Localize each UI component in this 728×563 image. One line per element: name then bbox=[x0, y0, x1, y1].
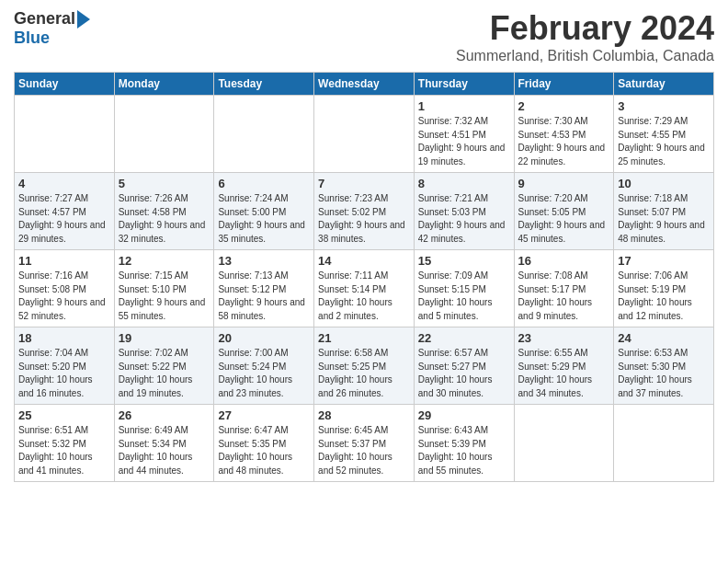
day-detail: Sunrise: 7:27 AM Sunset: 4:57 PM Dayligh… bbox=[18, 192, 110, 246]
day-detail: Sunrise: 6:55 AM Sunset: 5:29 PM Dayligh… bbox=[518, 347, 610, 400]
calendar-cell: 2Sunrise: 7:30 AM Sunset: 4:53 PM Daylig… bbox=[514, 96, 614, 173]
day-number: 29 bbox=[418, 408, 510, 422]
day-detail: Sunrise: 7:20 AM Sunset: 5:05 PM Dayligh… bbox=[518, 192, 610, 246]
day-number: 13 bbox=[218, 254, 310, 268]
day-detail: Sunrise: 7:30 AM Sunset: 4:53 PM Dayligh… bbox=[518, 115, 610, 168]
day-detail: Sunrise: 7:24 AM Sunset: 5:00 PM Dayligh… bbox=[218, 192, 310, 246]
calendar-cell: 18Sunrise: 7:04 AM Sunset: 5:20 PM Dayli… bbox=[15, 327, 115, 405]
calendar-cell: 22Sunrise: 6:57 AM Sunset: 5:27 PM Dayli… bbox=[414, 327, 514, 405]
calendar-week-1: 1Sunrise: 7:32 AM Sunset: 4:51 PM Daylig… bbox=[15, 96, 714, 173]
day-number: 17 bbox=[618, 254, 710, 268]
calendar-cell: 24Sunrise: 6:53 AM Sunset: 5:30 PM Dayli… bbox=[614, 327, 714, 405]
day-number: 2 bbox=[518, 99, 610, 113]
calendar-week-4: 18Sunrise: 7:04 AM Sunset: 5:20 PM Dayli… bbox=[15, 327, 714, 405]
day-number: 24 bbox=[618, 331, 710, 345]
calendar-cell: 29Sunrise: 6:43 AM Sunset: 5:39 PM Dayli… bbox=[414, 405, 514, 482]
calendar-cell: 27Sunrise: 6:47 AM Sunset: 5:35 PM Dayli… bbox=[214, 405, 314, 482]
day-header-monday: Monday bbox=[114, 73, 214, 96]
title-section: February 2024 Summerland, British Columb… bbox=[456, 9, 714, 64]
calendar-subtitle: Summerland, British Columbia, Canada bbox=[456, 48, 714, 64]
day-detail: Sunrise: 7:15 AM Sunset: 5:10 PM Dayligh… bbox=[119, 270, 210, 323]
day-number: 9 bbox=[518, 177, 610, 190]
day-detail: Sunrise: 7:16 AM Sunset: 5:08 PM Dayligh… bbox=[18, 270, 110, 323]
day-number: 8 bbox=[418, 177, 510, 190]
day-detail: Sunrise: 6:51 AM Sunset: 5:32 PM Dayligh… bbox=[18, 424, 110, 477]
day-number: 1 bbox=[418, 99, 510, 113]
day-number: 27 bbox=[218, 408, 310, 422]
calendar-cell: 4Sunrise: 7:27 AM Sunset: 4:57 PM Daylig… bbox=[15, 173, 115, 250]
day-number: 23 bbox=[518, 331, 610, 345]
day-number: 19 bbox=[119, 331, 210, 345]
day-number: 4 bbox=[18, 177, 110, 190]
day-number: 14 bbox=[318, 254, 410, 268]
calendar-cell: 9Sunrise: 7:20 AM Sunset: 5:05 PM Daylig… bbox=[514, 173, 614, 250]
calendar-cell bbox=[614, 405, 714, 482]
logo-arrow-icon bbox=[77, 10, 90, 29]
calendar-cell: 1Sunrise: 7:32 AM Sunset: 4:51 PM Daylig… bbox=[414, 96, 514, 173]
calendar-cell: 17Sunrise: 7:06 AM Sunset: 5:19 PM Dayli… bbox=[614, 250, 714, 327]
day-detail: Sunrise: 7:23 AM Sunset: 5:02 PM Dayligh… bbox=[318, 192, 410, 246]
calendar-cell: 13Sunrise: 7:13 AM Sunset: 5:12 PM Dayli… bbox=[214, 250, 314, 327]
calendar-cell: 8Sunrise: 7:21 AM Sunset: 5:03 PM Daylig… bbox=[414, 173, 514, 250]
day-detail: Sunrise: 7:04 AM Sunset: 5:20 PM Dayligh… bbox=[18, 347, 110, 400]
page-header: General Blue February 2024 Summerland, B… bbox=[14, 9, 714, 64]
day-detail: Sunrise: 7:09 AM Sunset: 5:15 PM Dayligh… bbox=[418, 270, 510, 323]
day-number: 22 bbox=[418, 331, 510, 345]
calendar-title: February 2024 bbox=[456, 9, 714, 48]
day-detail: Sunrise: 6:57 AM Sunset: 5:27 PM Dayligh… bbox=[418, 347, 510, 400]
logo-blue-text: Blue bbox=[14, 29, 50, 47]
calendar-week-5: 25Sunrise: 6:51 AM Sunset: 5:32 PM Dayli… bbox=[15, 405, 714, 482]
day-detail: Sunrise: 6:47 AM Sunset: 5:35 PM Dayligh… bbox=[218, 424, 310, 477]
calendar-table: SundayMondayTuesdayWednesdayThursdayFrid… bbox=[14, 72, 714, 482]
calendar-cell bbox=[15, 96, 115, 173]
calendar-week-3: 11Sunrise: 7:16 AM Sunset: 5:08 PM Dayli… bbox=[15, 250, 714, 327]
day-number: 16 bbox=[518, 254, 610, 268]
day-number: 12 bbox=[119, 254, 210, 268]
logo: General Blue bbox=[14, 9, 90, 48]
day-number: 20 bbox=[218, 331, 310, 345]
day-detail: Sunrise: 7:32 AM Sunset: 4:51 PM Dayligh… bbox=[418, 115, 510, 168]
calendar-cell: 16Sunrise: 7:08 AM Sunset: 5:17 PM Dayli… bbox=[514, 250, 614, 327]
calendar-cell bbox=[314, 96, 415, 173]
calendar-cell: 6Sunrise: 7:24 AM Sunset: 5:00 PM Daylig… bbox=[214, 173, 314, 250]
calendar-cell: 23Sunrise: 6:55 AM Sunset: 5:29 PM Dayli… bbox=[514, 327, 614, 405]
day-number: 15 bbox=[418, 254, 510, 268]
day-header-tuesday: Tuesday bbox=[214, 73, 314, 96]
calendar-cell: 3Sunrise: 7:29 AM Sunset: 4:55 PM Daylig… bbox=[614, 96, 714, 173]
day-number: 28 bbox=[318, 408, 410, 422]
day-detail: Sunrise: 7:08 AM Sunset: 5:17 PM Dayligh… bbox=[518, 270, 610, 323]
calendar-cell bbox=[214, 96, 314, 173]
day-detail: Sunrise: 6:43 AM Sunset: 5:39 PM Dayligh… bbox=[418, 424, 510, 477]
day-detail: Sunrise: 7:00 AM Sunset: 5:24 PM Dayligh… bbox=[218, 347, 310, 400]
day-detail: Sunrise: 7:02 AM Sunset: 5:22 PM Dayligh… bbox=[119, 347, 210, 400]
day-number: 3 bbox=[618, 99, 710, 113]
day-detail: Sunrise: 7:13 AM Sunset: 5:12 PM Dayligh… bbox=[218, 270, 310, 323]
calendar-cell: 14Sunrise: 7:11 AM Sunset: 5:14 PM Dayli… bbox=[314, 250, 415, 327]
calendar-cell: 25Sunrise: 6:51 AM Sunset: 5:32 PM Dayli… bbox=[15, 405, 115, 482]
day-header-thursday: Thursday bbox=[414, 73, 514, 96]
day-detail: Sunrise: 6:58 AM Sunset: 5:25 PM Dayligh… bbox=[318, 347, 410, 400]
day-number: 26 bbox=[119, 408, 210, 422]
calendar-cell bbox=[514, 405, 614, 482]
day-number: 11 bbox=[18, 254, 110, 268]
calendar-cell: 12Sunrise: 7:15 AM Sunset: 5:10 PM Dayli… bbox=[114, 250, 214, 327]
calendar-cell: 21Sunrise: 6:58 AM Sunset: 5:25 PM Dayli… bbox=[314, 327, 415, 405]
calendar-cell: 19Sunrise: 7:02 AM Sunset: 5:22 PM Dayli… bbox=[114, 327, 214, 405]
calendar-header-row: SundayMondayTuesdayWednesdayThursdayFrid… bbox=[15, 73, 714, 96]
day-detail: Sunrise: 7:26 AM Sunset: 4:58 PM Dayligh… bbox=[119, 192, 210, 246]
day-detail: Sunrise: 7:11 AM Sunset: 5:14 PM Dayligh… bbox=[318, 270, 410, 323]
calendar-cell: 15Sunrise: 7:09 AM Sunset: 5:15 PM Dayli… bbox=[414, 250, 514, 327]
calendar-cell: 10Sunrise: 7:18 AM Sunset: 5:07 PM Dayli… bbox=[614, 173, 714, 250]
day-header-saturday: Saturday bbox=[614, 73, 714, 96]
day-number: 6 bbox=[218, 177, 310, 190]
day-header-friday: Friday bbox=[514, 73, 614, 96]
calendar-cell: 11Sunrise: 7:16 AM Sunset: 5:08 PM Dayli… bbox=[15, 250, 115, 327]
day-detail: Sunrise: 6:49 AM Sunset: 5:34 PM Dayligh… bbox=[119, 424, 210, 477]
day-header-wednesday: Wednesday bbox=[314, 73, 415, 96]
day-detail: Sunrise: 7:18 AM Sunset: 5:07 PM Dayligh… bbox=[618, 192, 710, 246]
day-number: 18 bbox=[18, 331, 110, 345]
day-detail: Sunrise: 7:29 AM Sunset: 4:55 PM Dayligh… bbox=[618, 115, 710, 168]
calendar-cell: 7Sunrise: 7:23 AM Sunset: 5:02 PM Daylig… bbox=[314, 173, 415, 250]
day-detail: Sunrise: 7:06 AM Sunset: 5:19 PM Dayligh… bbox=[618, 270, 710, 323]
day-number: 5 bbox=[119, 177, 210, 190]
